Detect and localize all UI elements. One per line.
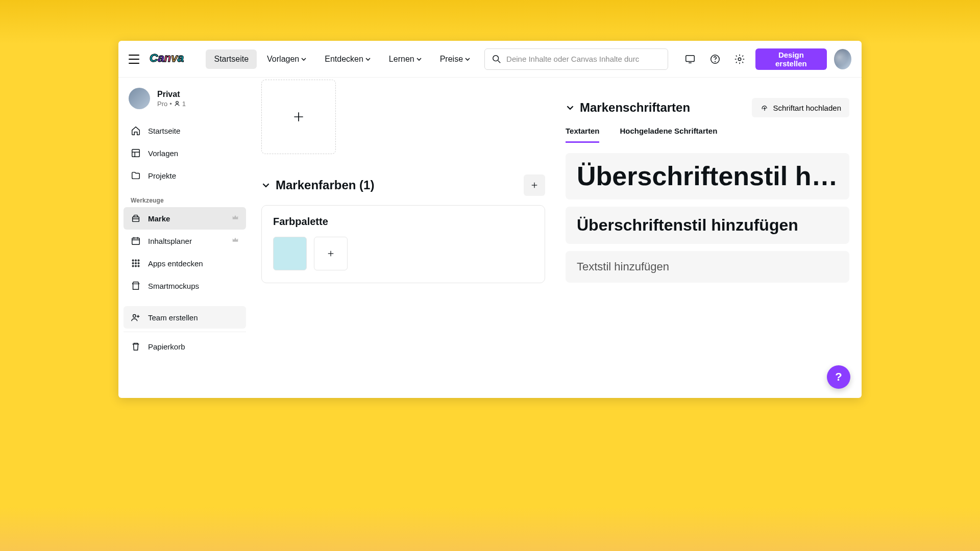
chevron-down-icon bbox=[301, 57, 306, 62]
nav-learn-label: Lernen bbox=[389, 55, 414, 64]
chevron-down-icon bbox=[365, 57, 371, 62]
palette-card: Farbpalette bbox=[261, 205, 545, 283]
svg-point-19 bbox=[135, 260, 137, 261]
desktop-app-button[interactable] bbox=[681, 49, 699, 69]
svg-point-27 bbox=[133, 315, 136, 317]
sidebar-item-label: Marke bbox=[148, 214, 170, 223]
svg-point-20 bbox=[138, 260, 139, 261]
svg-rect-12 bbox=[133, 217, 139, 221]
sidebar-item-label: Papierkorb bbox=[148, 342, 185, 351]
sidebar-item-label: Apps entdecken bbox=[148, 259, 203, 268]
nav-links: Startseite Vorlagen Entdecken Lernen Pre… bbox=[206, 49, 478, 69]
brand-fonts-header: Markenschriftarten Schriftart hochladen bbox=[566, 98, 849, 117]
nav-pricing-label: Preise bbox=[440, 55, 463, 64]
brand-colors-header: Markenfarben (1) bbox=[261, 174, 545, 196]
sidebar: Privat Pro • 1 Startseite Vorlagen bbox=[118, 78, 251, 398]
collapse-toggle[interactable] bbox=[566, 103, 575, 112]
add-logo-tile[interactable] bbox=[261, 80, 336, 154]
sidebar-item-planner[interactable]: Inhaltsplaner bbox=[124, 230, 246, 252]
person-icon bbox=[174, 101, 180, 107]
nav-learn[interactable]: Lernen bbox=[381, 49, 430, 69]
menu-button[interactable] bbox=[129, 53, 139, 65]
svg-point-7 bbox=[738, 58, 741, 61]
nav-pricing[interactable]: Preise bbox=[432, 49, 478, 69]
create-design-button[interactable]: Design erstellen bbox=[755, 48, 827, 70]
plus-icon bbox=[326, 249, 335, 258]
font-tabs: Textarten Hochgeladene Schriftarten bbox=[566, 127, 849, 143]
sidebar-item-label: Team erstellen bbox=[148, 313, 198, 322]
mockup-icon bbox=[131, 281, 141, 291]
upload-icon bbox=[760, 103, 769, 112]
chevron-down-icon bbox=[262, 182, 270, 189]
sidebar-item-apps[interactable]: Apps entdecken bbox=[124, 252, 246, 274]
svg-point-25 bbox=[135, 265, 137, 267]
team-block[interactable]: Privat Pro • 1 bbox=[124, 84, 246, 119]
svg-point-1 bbox=[493, 55, 499, 61]
brand-icon bbox=[131, 213, 141, 223]
svg-point-23 bbox=[138, 263, 139, 264]
trash-icon bbox=[131, 341, 141, 352]
team-icon bbox=[131, 312, 141, 322]
topbar-right: Design erstellen bbox=[681, 48, 851, 70]
nav-templates-label: Vorlagen bbox=[267, 55, 299, 64]
sidebar-item-projects[interactable]: Projekte bbox=[124, 164, 246, 187]
nav-discover-label: Entdecken bbox=[325, 55, 363, 64]
team-meta: Pro • 1 bbox=[157, 100, 186, 108]
sidebar-section-tools: Werkzeuge bbox=[124, 187, 246, 207]
search-icon bbox=[492, 55, 501, 64]
nav-home[interactable]: Startseite bbox=[206, 49, 257, 69]
crown-icon bbox=[232, 214, 239, 223]
collapse-toggle[interactable] bbox=[261, 181, 271, 190]
svg-point-26 bbox=[138, 265, 139, 267]
plus-icon bbox=[530, 181, 539, 190]
sidebar-item-smartmockups[interactable]: Smartmockups bbox=[124, 274, 246, 297]
gear-icon bbox=[734, 54, 745, 65]
sidebar-item-team-create[interactable]: Team erstellen bbox=[124, 306, 246, 329]
sidebar-item-templates[interactable]: Vorlagen bbox=[124, 142, 246, 164]
svg-text:Canva: Canva bbox=[150, 51, 184, 64]
chevron-down-icon bbox=[567, 104, 574, 111]
nav-discover[interactable]: Entdecken bbox=[316, 49, 379, 69]
font-style-heading-2[interactable]: Überschriftenstil hinzufügen bbox=[566, 207, 849, 244]
sidebar-item-trash[interactable]: Papierkorb bbox=[124, 335, 246, 358]
help-fab[interactable]: ? bbox=[827, 365, 850, 389]
logo[interactable]: Canva bbox=[150, 51, 193, 67]
section-title: Markenschriftarten bbox=[580, 101, 747, 115]
sidebar-item-brand[interactable]: Marke bbox=[124, 207, 246, 230]
grid-icon bbox=[131, 258, 141, 268]
svg-point-24 bbox=[132, 265, 134, 267]
topbar: Canva Startseite Vorlagen Entdecken Lern… bbox=[118, 41, 862, 78]
svg-rect-14 bbox=[132, 238, 140, 245]
upload-font-label: Schriftart hochladen bbox=[773, 104, 841, 112]
svg-point-21 bbox=[132, 263, 134, 264]
add-palette-button[interactable] bbox=[524, 174, 545, 196]
plus-icon bbox=[292, 110, 305, 123]
svg-point-6 bbox=[715, 61, 715, 62]
sidebar-item-label: Vorlagen bbox=[148, 149, 178, 158]
main: Markenfarben (1) Farbpalette bbox=[251, 78, 862, 398]
sidebar-item-label: Inhaltsplaner bbox=[148, 237, 192, 245]
user-avatar[interactable] bbox=[834, 49, 851, 69]
font-style-list: Überschriftenstil hi… Überschriftenstil … bbox=[566, 153, 849, 283]
monitor-icon bbox=[684, 54, 696, 65]
help-button[interactable] bbox=[706, 49, 723, 69]
svg-point-18 bbox=[132, 260, 134, 261]
sidebar-item-home[interactable]: Startseite bbox=[124, 119, 246, 142]
tab-text-types[interactable]: Textarten bbox=[566, 127, 599, 143]
color-swatch[interactable] bbox=[273, 237, 307, 270]
tab-uploaded-fonts[interactable]: Hochgeladene Schriftarten bbox=[620, 127, 717, 143]
folder-icon bbox=[131, 170, 141, 181]
settings-button[interactable] bbox=[731, 49, 748, 69]
crown-icon bbox=[232, 237, 239, 245]
nav-templates[interactable]: Vorlagen bbox=[259, 49, 314, 69]
svg-rect-9 bbox=[132, 149, 140, 157]
font-style-heading-1[interactable]: Überschriftenstil hi… bbox=[566, 153, 849, 199]
sidebar-item-label: Smartmockups bbox=[148, 282, 199, 290]
add-color-button[interactable] bbox=[314, 237, 348, 270]
search-input[interactable] bbox=[506, 55, 660, 63]
chevron-down-icon bbox=[465, 57, 470, 62]
upload-font-button[interactable]: Schriftart hochladen bbox=[752, 98, 849, 117]
search-box[interactable] bbox=[484, 48, 668, 70]
team-avatar bbox=[129, 88, 150, 109]
font-style-body[interactable]: Textstil hinzufügen bbox=[566, 251, 849, 283]
